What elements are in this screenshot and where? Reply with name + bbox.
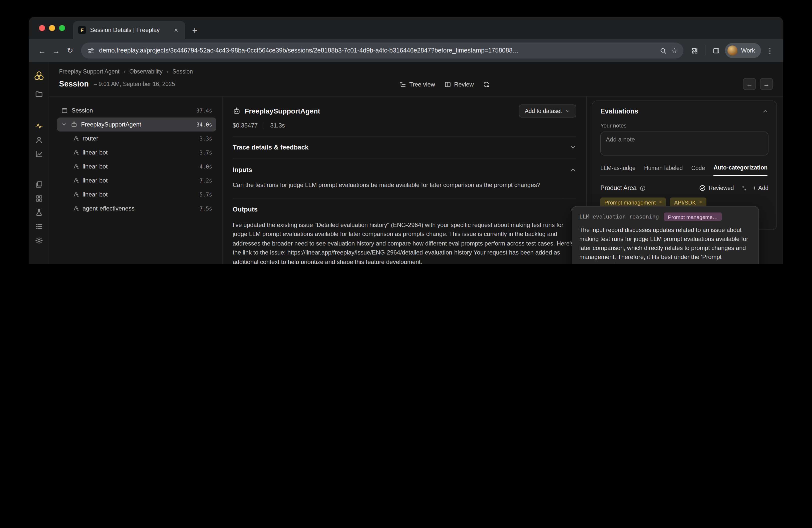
browser-toolbar: ← → ↻ demo.freeplay.ai/projects/3c446794… [29, 39, 783, 62]
side-panel-icon[interactable] [709, 44, 723, 58]
section-label: Outputs [233, 206, 258, 213]
tree-row[interactable]: linear-bot 7.2s [57, 174, 216, 187]
breadcrumb-separator: › [124, 69, 125, 75]
sidebar-item-tests-flask-icon[interactable] [32, 206, 46, 220]
tree-row-duration: 3.3s [199, 136, 212, 141]
agent-header: FreeplaySupportAgent Add to dataset [233, 96, 576, 118]
window-controls [39, 25, 65, 31]
reviewed-button[interactable]: Reviewed [699, 184, 734, 192]
tab-human-labeled[interactable]: Human labeled [644, 165, 683, 176]
tree-row[interactable]: router 3.3s [57, 132, 216, 146]
reviewed-label: Reviewed [709, 185, 734, 191]
bookmark-star-icon[interactable]: ☆ [671, 46, 678, 55]
tree-row[interactable]: linear-bot 5.7s [57, 187, 216, 201]
plus-icon: + [753, 185, 756, 191]
nav-rail [29, 62, 49, 264]
review-label: Review [454, 81, 474, 88]
zoom-window-button[interactable] [59, 25, 65, 31]
tooltip-text: The input record discusses updates relat… [579, 226, 752, 264]
trace-details-section-header[interactable]: Trace details & feedback [233, 136, 576, 159]
evaluations-title: Evaluations [600, 107, 638, 115]
sidebar-item-evaluations-list-icon[interactable] [32, 220, 46, 233]
evaluations-header[interactable]: Evaluations [600, 107, 768, 115]
tab-auto-categorization[interactable]: Auto-categorization [713, 165, 767, 176]
review-button[interactable]: Review [444, 81, 474, 88]
notes-label: Your notes [600, 122, 768, 129]
robot-icon [233, 107, 241, 115]
minimize-window-button[interactable] [49, 25, 55, 31]
product-area-label: Product Area [600, 184, 637, 192]
model-logo-icon [73, 150, 79, 155]
input-text: Can the test runs for judge LLM prompt e… [233, 181, 540, 188]
toolbar-divider [705, 45, 706, 56]
model-logo-icon [73, 206, 79, 211]
forward-button[interactable]: → [49, 44, 63, 58]
view-controls: Tree view Review [399, 81, 490, 88]
new-tab-button[interactable]: + [192, 26, 198, 35]
search-icon[interactable] [659, 47, 667, 54]
chevron-down-icon[interactable] [570, 144, 576, 151]
page-title: Session [59, 79, 89, 89]
next-session-button[interactable]: → [760, 78, 773, 90]
trace-stats: $0.35477 31.3s [233, 122, 576, 136]
tab-code[interactable]: Code [691, 165, 705, 176]
model-logo-icon [73, 164, 79, 169]
note-input[interactable] [600, 132, 768, 155]
chevron-up-icon[interactable] [570, 166, 576, 173]
evaluation-tabs: LLM-as-judge Human labeled Code Auto-cat… [600, 165, 768, 176]
inputs-section-header[interactable]: Inputs [233, 159, 576, 181]
close-window-button[interactable] [39, 25, 45, 31]
previous-session-button[interactable]: ← [743, 78, 756, 90]
remove-tag-icon[interactable]: × [659, 200, 662, 206]
url-bar[interactable]: demo.freeplay.ai/projects/3c446794-52ac-… [81, 43, 683, 59]
chevron-down-icon[interactable] [61, 121, 67, 127]
sidebar-item-metrics-chart-icon[interactable] [32, 147, 46, 161]
browser-menu-icon[interactable]: ⋮ [763, 44, 777, 58]
site-info-icon[interactable] [87, 47, 95, 54]
screen: F Session Details | Freeplay × + ← → ↻ d… [0, 0, 812, 264]
tree-row[interactable]: agent-effectiveness 7.5s [57, 201, 216, 215]
add-to-dataset-button[interactable]: Add to dataset [519, 105, 576, 118]
sidebar-item-projects-folder-icon[interactable] [32, 87, 46, 101]
breadcrumb-item-project[interactable]: Freeplay Support Agent [59, 69, 119, 75]
tab-title: Session Details | Freeplay [90, 27, 168, 33]
breadcrumb-item-session[interactable]: Session [172, 69, 193, 75]
agent-title: FreeplaySupportAgent [245, 107, 320, 115]
reload-button[interactable]: ↻ [63, 44, 77, 58]
product-area-row: Product Area Reviewed [600, 184, 768, 192]
tree-row-duration: 7.5s [199, 206, 212, 211]
product-area-actions: Reviewed + Add [699, 184, 768, 192]
chevron-up-icon[interactable] [762, 108, 768, 115]
browser-tab[interactable]: F Session Details | Freeplay × [73, 21, 185, 39]
output-text: I've updated the existing issue "Detaile… [233, 221, 574, 264]
profile-chip[interactable]: Work [725, 43, 761, 58]
remove-tag-icon[interactable]: × [699, 200, 702, 206]
tab-llm-as-judge[interactable]: LLM-as-judge [600, 165, 636, 176]
add-tag-button[interactable]: + Add [753, 185, 768, 191]
back-button[interactable]: ← [35, 44, 49, 58]
freeplay-logo-icon[interactable] [32, 69, 46, 83]
tree-row-agent[interactable]: FreeplaySupportAgent 34.0s [57, 118, 216, 132]
tree-row[interactable]: linear-bot 4.0s [57, 160, 216, 174]
review-panel-icon [444, 81, 451, 88]
tree-row-duration: 3.7s [199, 150, 212, 155]
tab-close-icon[interactable]: × [172, 26, 180, 34]
sidebar-item-prompts-cards-icon[interactable] [32, 178, 46, 192]
sidebar-item-datasets-grid-icon[interactable] [32, 192, 46, 206]
extensions-puzzle-icon[interactable] [687, 44, 701, 58]
llm-reasoning-tooltip: LLM evaluation reasoning Prompt manageme… [572, 206, 759, 264]
tree-view-button[interactable]: Tree view [399, 81, 435, 88]
stats-divider [264, 122, 264, 129]
tree-row[interactable]: linear-bot 3.7s [57, 146, 216, 160]
tree-row-session[interactable]: Session 37.4s [57, 104, 216, 118]
info-icon[interactable] [640, 185, 646, 191]
sidebar-item-settings-gear-icon[interactable] [32, 233, 46, 247]
sparkles-icon[interactable] [740, 184, 747, 192]
outputs-section-header[interactable]: Outputs [233, 198, 576, 220]
rerun-loop-icon[interactable] [483, 81, 490, 88]
sidebar-item-users-person-icon[interactable] [32, 133, 46, 147]
section-label: Inputs [233, 166, 252, 173]
tree-row-label: linear-bot [83, 191, 107, 198]
breadcrumb-item-observability[interactable]: Observability [129, 69, 163, 75]
sidebar-item-observability-pulse-icon[interactable] [32, 119, 46, 133]
